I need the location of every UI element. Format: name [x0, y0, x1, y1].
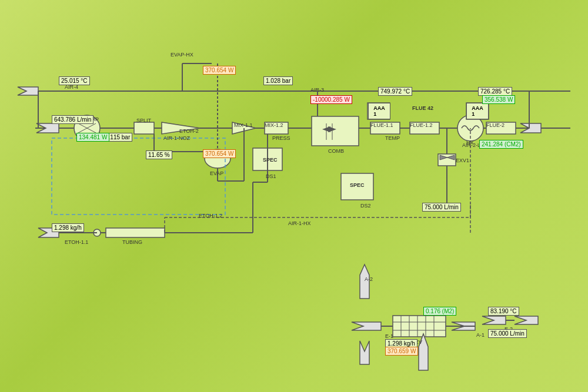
ds2-label: DS2 [360, 203, 371, 209]
mix11-label: MIX-1.1 [234, 122, 253, 128]
svg-marker-66 [452, 322, 475, 330]
svg-marker-1 [18, 87, 38, 95]
flue42-label: FLUE 42 [412, 105, 433, 111]
svg-marker-68 [514, 316, 538, 324]
svg-rect-58 [393, 316, 446, 337]
svg-marker-5 [36, 123, 59, 133]
air1hp-power-box: 134.481 W [76, 133, 109, 142]
e2-flow-box: 75.000 L/min [488, 329, 527, 338]
air3-label: AIR-3 [310, 87, 324, 93]
etoh12-label: ETOH-1.2 [199, 213, 222, 219]
flue2-temp-box: 726.285 °C [478, 87, 512, 96]
svg-marker-57 [352, 322, 381, 330]
press-bar-box: 1.028 bar [263, 76, 293, 85]
evap-hx-label: EVAP-HX [171, 52, 193, 58]
comb-power-box: -10000.285 W [310, 95, 352, 104]
evap-label: EVAP [210, 170, 223, 176]
evap-power-box: 370.654 W [203, 149, 236, 158]
flue2-label: FLUE-2 [486, 122, 505, 128]
svg-rect-27 [438, 154, 456, 166]
e1-label: E-1 [385, 333, 393, 339]
aaa1-right: AAA1 [466, 103, 489, 119]
air1hx-label: AIR-1-HX [288, 220, 311, 226]
split-label: SPLIT [136, 118, 151, 123]
a2-label: A-2 [365, 276, 373, 282]
svg-rect-13 [312, 116, 359, 146]
a1-label: A-1 [476, 332, 485, 338]
spec1-label: SPEC [263, 157, 278, 163]
mix12-label: MIX-1.2 [265, 122, 283, 128]
air1lp-flow-box: 643.786 L/min [52, 115, 93, 124]
svg-rect-35 [52, 138, 225, 215]
flue2-power-box: 356.538 W [482, 95, 515, 104]
e2-temp-box: 83.190 °C [488, 307, 519, 316]
process-flow-diagram: 25.015 °C AIR-4 EVAP-HX 370.654 W AIR-CM… [0, 0, 588, 392]
ds1-label: DS1 [266, 173, 276, 179]
temp-label: TEMP [385, 135, 400, 141]
svg-marker-16 [322, 126, 330, 132]
ev-area-box: 0.176 (M2) [423, 307, 456, 316]
svg-marker-67 [482, 316, 506, 324]
svg-rect-48 [106, 228, 165, 237]
air4-label: AIR-4 [65, 84, 78, 90]
aaa1-left: AAA1 [368, 103, 390, 119]
exv1-label: EXV1 [456, 158, 469, 163]
svg-line-8 [78, 123, 96, 133]
svg-marker-17 [328, 126, 336, 132]
press-label: PRESS [272, 135, 290, 141]
svg-marker-24 [520, 123, 541, 133]
tubing-label: TUBING [122, 239, 142, 245]
flue-limit-box: 75.000 L/min [422, 203, 461, 212]
ev-power-box: 370.659 W [385, 347, 418, 356]
evap-hx-power: 370.654 W [203, 66, 236, 75]
svg-line-7 [78, 123, 96, 133]
flue12-label: FLUE-1.2 [410, 122, 433, 128]
etoh2-pct-box: 11.65 % [146, 150, 172, 159]
svg-marker-56 [360, 341, 369, 364]
etoh11-flow-box: 1.298 kg/h [52, 223, 84, 232]
svg-point-47 [93, 229, 101, 236]
spec2-label: SPEC [350, 182, 365, 188]
etoh11-label: ETOH-1.1 [65, 239, 88, 245]
svg-marker-28 [440, 155, 455, 160]
etoh2-label: ETOH-2 [179, 128, 199, 134]
air1noz-label: AIR-1-NOZ [163, 135, 190, 141]
svg-rect-9 [134, 122, 154, 134]
flue11-label: FLUE-1.1 [370, 122, 393, 128]
air2lp-power-box: 241.284 (CM2) [479, 140, 523, 149]
comb-label: COMB [328, 148, 344, 154]
flue11-temp-box: 749.972 °C [378, 87, 412, 96]
